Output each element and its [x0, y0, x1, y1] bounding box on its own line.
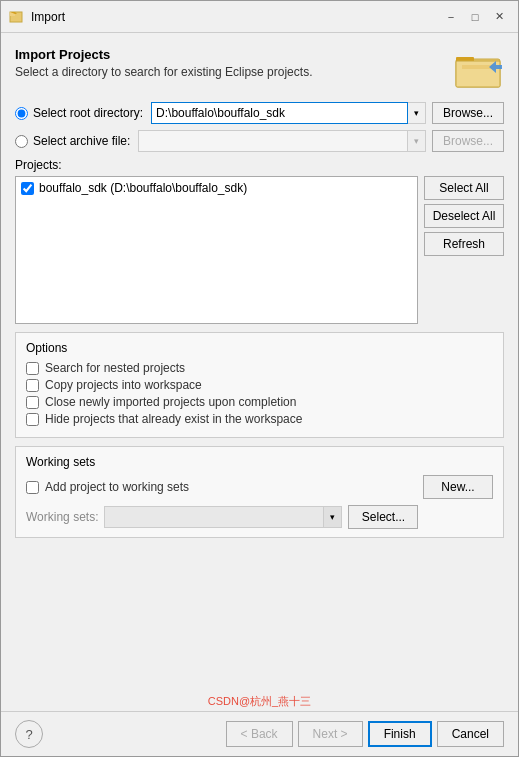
folder-icon — [454, 47, 504, 92]
working-sets-combo-row: Working sets: ▾ Select... — [26, 505, 493, 529]
nested-projects-row: Search for nested projects — [26, 361, 493, 375]
root-directory-dropdown-arrow[interactable]: ▾ — [408, 102, 426, 124]
help-button[interactable]: ? — [15, 720, 43, 748]
window-controls: − □ ✕ — [440, 6, 510, 28]
archive-file-input — [138, 130, 408, 152]
hide-projects-label: Hide projects that already exist in the … — [45, 412, 302, 426]
page-subtitle: Select a directory to search for existin… — [15, 65, 312, 79]
project-checkbox[interactable] — [21, 182, 34, 195]
deselect-all-button[interactable]: Deselect All — [424, 204, 504, 228]
nested-projects-label: Search for nested projects — [45, 361, 185, 375]
close-projects-checkbox[interactable] — [26, 396, 39, 409]
import-window: Import − □ ✕ Import Projects Select a di… — [0, 0, 519, 757]
nested-projects-checkbox[interactable] — [26, 362, 39, 375]
hide-projects-row: Hide projects that already exist in the … — [26, 412, 493, 426]
next-button: Next > — [298, 721, 363, 747]
root-directory-combo-wrapper: ▾ — [151, 102, 426, 124]
window-title: Import — [31, 10, 440, 24]
folder-svg — [454, 47, 504, 89]
finish-button[interactable]: Finish — [368, 721, 432, 747]
archive-file-combo-wrapper: ▾ — [138, 130, 426, 152]
refresh-button[interactable]: Refresh — [424, 232, 504, 256]
archive-file-browse-button: Browse... — [432, 130, 504, 152]
close-button[interactable]: ✕ — [488, 6, 510, 28]
bottom-bar: ? < Back Next > Finish Cancel — [1, 711, 518, 756]
header-text: Import Projects Select a directory to se… — [15, 47, 312, 79]
minimize-button[interactable]: − — [440, 6, 462, 28]
copy-projects-row: Copy projects into workspace — [26, 378, 493, 392]
page-title: Import Projects — [15, 47, 312, 62]
copy-projects-label: Copy projects into workspace — [45, 378, 202, 392]
select-working-set-button[interactable]: Select... — [348, 505, 418, 529]
close-projects-row: Close newly imported projects upon compl… — [26, 395, 493, 409]
close-projects-label: Close newly imported projects upon compl… — [45, 395, 296, 409]
working-sets-combo-label: Working sets: — [26, 510, 98, 524]
back-button: < Back — [226, 721, 293, 747]
project-item[interactable]: bouffalo_sdk (D:\bouffalo\bouffalo_sdk) — [19, 180, 414, 196]
root-directory-browse-button[interactable]: Browse... — [432, 102, 504, 124]
working-sets-section: Working sets Add project to working sets… — [15, 446, 504, 538]
root-directory-row: Select root directory: ▾ Browse... — [15, 102, 504, 124]
root-directory-label: Select root directory: — [33, 106, 143, 120]
projects-list[interactable]: bouffalo_sdk (D:\bouffalo\bouffalo_sdk) — [15, 176, 418, 324]
add-to-working-sets-checkbox[interactable] — [26, 481, 39, 494]
options-title: Options — [26, 341, 493, 355]
root-directory-radio[interactable] — [15, 107, 28, 120]
archive-file-row: Select archive file: ▾ Browse... — [15, 130, 504, 152]
title-bar: Import − □ ✕ — [1, 1, 518, 33]
working-sets-add-row: Add project to working sets New... — [26, 475, 493, 499]
content-area: Import Projects Select a directory to se… — [1, 33, 518, 692]
root-directory-input[interactable] — [151, 102, 408, 124]
projects-buttons: Select All Deselect All Refresh — [424, 176, 504, 324]
working-sets-left: Add project to working sets — [26, 480, 189, 494]
options-section: Options Search for nested projects Copy … — [15, 332, 504, 438]
working-sets-combo-input — [104, 506, 324, 528]
cancel-button[interactable]: Cancel — [437, 721, 504, 747]
projects-area: bouffalo_sdk (D:\bouffalo\bouffalo_sdk) … — [15, 176, 504, 324]
project-name: bouffalo_sdk (D:\bouffalo\bouffalo_sdk) — [39, 181, 247, 195]
working-sets-dropdown-arrow: ▾ — [324, 506, 342, 528]
archive-file-dropdown-arrow: ▾ — [408, 130, 426, 152]
working-sets-title: Working sets — [26, 455, 493, 469]
select-all-button[interactable]: Select All — [424, 176, 504, 200]
projects-section-label: Projects: — [15, 158, 504, 172]
hide-projects-checkbox[interactable] — [26, 413, 39, 426]
add-to-working-sets-label: Add project to working sets — [45, 480, 189, 494]
maximize-button[interactable]: □ — [464, 6, 486, 28]
copy-projects-checkbox[interactable] — [26, 379, 39, 392]
window-icon — [9, 9, 25, 25]
archive-file-label: Select archive file: — [33, 134, 130, 148]
new-working-set-button[interactable]: New... — [423, 475, 493, 499]
page-header: Import Projects Select a directory to se… — [15, 47, 504, 92]
watermark: CSDN@杭州_燕十三 — [1, 692, 518, 711]
archive-file-radio[interactable] — [15, 135, 28, 148]
